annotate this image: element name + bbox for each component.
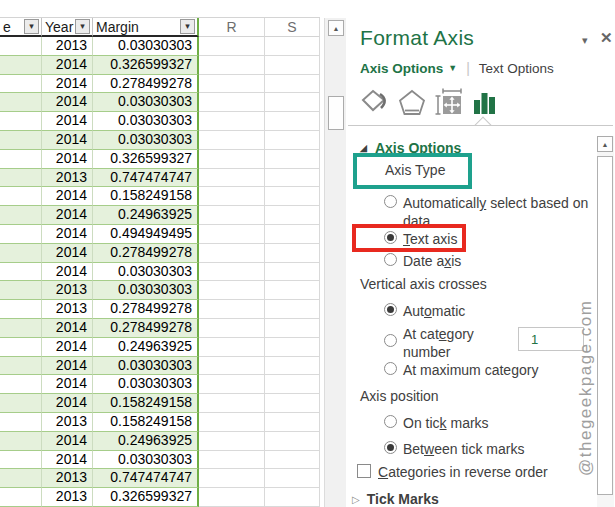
- cell-s[interactable]: [265, 150, 320, 169]
- cell-blank[interactable]: [0, 488, 42, 507]
- column-letter-s[interactable]: S: [265, 18, 320, 37]
- cell-s[interactable]: [265, 432, 320, 451]
- cell-blank[interactable]: [0, 75, 42, 94]
- cell-margin[interactable]: 0.03030303: [93, 451, 199, 470]
- cell-margin[interactable]: 0.494949495: [93, 225, 199, 244]
- pane-collapse-icon[interactable]: ▾: [582, 34, 588, 47]
- cell-s[interactable]: [265, 37, 320, 56]
- cell-margin[interactable]: 0.278499278: [93, 300, 199, 319]
- cell-r[interactable]: [199, 413, 265, 432]
- cell-s[interactable]: [265, 413, 320, 432]
- cell-year[interactable]: 2014: [42, 263, 93, 282]
- cell-s[interactable]: [265, 488, 320, 507]
- cell-s[interactable]: [265, 375, 320, 394]
- cell-blank[interactable]: [0, 432, 42, 451]
- cell-blank[interactable]: [0, 375, 42, 394]
- cell-year[interactable]: 2014: [42, 394, 93, 413]
- filter-dropdown-icon[interactable]: ▾: [75, 19, 90, 34]
- scroll-up-icon[interactable]: ▲: [328, 20, 344, 36]
- chevron-down-icon[interactable]: ▼: [448, 63, 457, 73]
- cell-margin[interactable]: 0.03030303: [93, 37, 199, 56]
- cell-r[interactable]: [199, 150, 265, 169]
- category-number-input[interactable]: [518, 327, 584, 351]
- radio-icon[interactable]: [384, 441, 397, 454]
- cell-year[interactable]: 2014: [42, 112, 93, 131]
- cell-year[interactable]: 2013: [42, 281, 93, 300]
- cell-margin[interactable]: 0.747474747: [93, 469, 199, 488]
- cell-r[interactable]: [199, 244, 265, 263]
- cell-r[interactable]: [199, 338, 265, 357]
- cell-margin[interactable]: 0.24963925: [93, 338, 199, 357]
- cell-s[interactable]: [265, 300, 320, 319]
- cell-s[interactable]: [265, 394, 320, 413]
- cell-s[interactable]: [265, 169, 320, 188]
- pane-scrollbar-thumb[interactable]: [597, 156, 613, 495]
- cell-blank[interactable]: [0, 37, 42, 56]
- section-tick-marks[interactable]: ▷ Tick Marks: [352, 491, 439, 507]
- cell-margin[interactable]: 0.03030303: [93, 112, 199, 131]
- cell-margin[interactable]: 0.03030303: [93, 263, 199, 282]
- cell-year[interactable]: 2014: [42, 187, 93, 206]
- cell-year[interactable]: 2014: [42, 451, 93, 470]
- cell-r[interactable]: [199, 93, 265, 112]
- cell-r[interactable]: [199, 375, 265, 394]
- radio-icon[interactable]: [384, 253, 397, 266]
- filter-dropdown-icon[interactable]: ▾: [24, 19, 39, 34]
- cell-blank[interactable]: [0, 187, 42, 206]
- cell-year[interactable]: 2014: [42, 319, 93, 338]
- cell-blank[interactable]: [0, 206, 42, 225]
- cell-s[interactable]: [265, 187, 320, 206]
- cell-s[interactable]: [265, 469, 320, 488]
- tab-text-options[interactable]: Text Options: [479, 61, 554, 76]
- cell-blank[interactable]: [0, 150, 42, 169]
- cell-year[interactable]: 2014: [42, 131, 93, 150]
- cell-year[interactable]: 2013: [42, 469, 93, 488]
- cell-margin[interactable]: 0.03030303: [93, 131, 199, 150]
- cell-s[interactable]: [265, 93, 320, 112]
- cell-blank[interactable]: [0, 319, 42, 338]
- cell-margin[interactable]: 0.03030303: [93, 93, 199, 112]
- cell-margin[interactable]: 0.326599327: [93, 150, 199, 169]
- cell-s[interactable]: [265, 338, 320, 357]
- tab-axis-options[interactable]: Axis Options: [360, 61, 443, 76]
- header-cell-margin[interactable]: Margin ▾: [93, 18, 199, 37]
- cell-r[interactable]: [199, 432, 265, 451]
- cell-s[interactable]: [265, 357, 320, 376]
- chart-axis-options-icon[interactable]: [470, 88, 498, 116]
- cell-year[interactable]: 2014: [42, 357, 93, 376]
- cell-blank[interactable]: [0, 112, 42, 131]
- cell-margin[interactable]: 0.158249158: [93, 413, 199, 432]
- cell-r[interactable]: [199, 56, 265, 75]
- close-icon[interactable]: ✕: [600, 29, 613, 47]
- cell-year[interactable]: 2013: [42, 488, 93, 507]
- cell-blank[interactable]: [0, 357, 42, 376]
- cell-r[interactable]: [199, 206, 265, 225]
- cell-r[interactable]: [199, 169, 265, 188]
- cell-margin[interactable]: 0.326599327: [93, 56, 199, 75]
- cell-year[interactable]: 2014: [42, 206, 93, 225]
- cell-year[interactable]: 2013: [42, 37, 93, 56]
- cell-margin[interactable]: 0.278499278: [93, 75, 199, 94]
- cell-r[interactable]: [199, 469, 265, 488]
- cell-blank[interactable]: [0, 169, 42, 188]
- cell-blank[interactable]: [0, 338, 42, 357]
- cell-margin[interactable]: 0.03030303: [93, 357, 199, 376]
- cell-year[interactable]: 2014: [42, 56, 93, 75]
- cell-r[interactable]: [199, 451, 265, 470]
- pane-scrollbar[interactable]: ▲: [597, 136, 614, 507]
- size-properties-icon[interactable]: [435, 88, 463, 116]
- cell-s[interactable]: [265, 263, 320, 282]
- cell-margin[interactable]: 0.326599327: [93, 488, 199, 507]
- cell-year[interactable]: 2013: [42, 413, 93, 432]
- scroll-up-icon[interactable]: ▲: [597, 136, 613, 152]
- cell-blank[interactable]: [0, 131, 42, 150]
- cell-blank[interactable]: [0, 281, 42, 300]
- column-letter-r[interactable]: R: [199, 18, 265, 37]
- cell-margin[interactable]: 0.278499278: [93, 244, 199, 263]
- radio-icon[interactable]: [384, 334, 397, 347]
- cell-r[interactable]: [199, 75, 265, 94]
- cell-blank[interactable]: [0, 469, 42, 488]
- cell-year[interactable]: 2014: [42, 225, 93, 244]
- cell-s[interactable]: [265, 56, 320, 75]
- radio-icon[interactable]: [384, 303, 397, 316]
